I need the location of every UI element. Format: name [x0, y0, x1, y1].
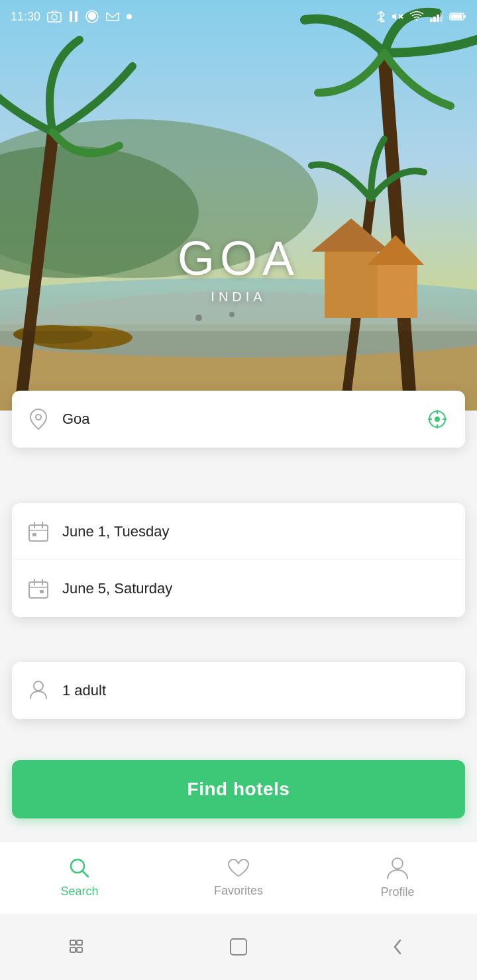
wifi-icon [409, 11, 424, 23]
hero-section: GOA INDIA [0, 0, 477, 411]
photo-icon [47, 11, 62, 23]
menu-button[interactable] [63, 930, 96, 963]
svg-rect-48 [40, 590, 44, 593]
search-nav-label: Search [60, 885, 98, 899]
checkout-calendar-icon [25, 575, 52, 602]
guests-icon [25, 677, 52, 704]
svg-point-30 [229, 312, 235, 317]
search-nav-icon [68, 857, 91, 879]
svg-rect-9 [437, 15, 439, 22]
svg-rect-3 [75, 11, 78, 22]
checkin-row[interactable]: June 1, Tuesday [12, 503, 465, 560]
checkin-value: June 1, Tuesday [62, 523, 452, 540]
home-icon [227, 935, 250, 959]
nav-favorites[interactable]: Favorites [159, 858, 318, 898]
svg-rect-13 [451, 15, 462, 19]
guests-card[interactable]: 1 adult [12, 662, 465, 719]
hero-country: INDIA [0, 289, 477, 305]
location-card[interactable]: Goa [12, 391, 465, 448]
svg-rect-54 [77, 940, 82, 945]
nav-search[interactable]: Search [0, 857, 159, 899]
location-icon [25, 406, 52, 432]
svg-rect-8 [433, 17, 436, 22]
nav-profile[interactable]: Profile [318, 856, 477, 899]
signal-icon [429, 11, 444, 23]
home-button[interactable] [222, 930, 255, 963]
svg-rect-56 [77, 948, 82, 952]
svg-point-49 [34, 681, 43, 691]
profile-nav-icon [386, 856, 409, 880]
svg-point-52 [392, 858, 403, 869]
mute-icon [391, 10, 404, 23]
whatsapp-icon [85, 10, 99, 23]
svg-rect-10 [440, 13, 443, 22]
svg-rect-12 [464, 15, 466, 18]
svg-rect-0 [48, 13, 61, 22]
status-left: 11:30 [11, 10, 132, 24]
svg-point-34 [435, 416, 440, 422]
bluetooth-icon [376, 10, 386, 23]
location-row[interactable]: Goa [12, 391, 465, 448]
svg-rect-2 [70, 11, 72, 22]
favorites-nav-label: Favorites [214, 884, 263, 898]
svg-point-1 [52, 15, 57, 20]
location-value: Goa [62, 411, 423, 428]
hero-background [0, 0, 477, 411]
svg-rect-39 [29, 525, 48, 541]
hero-city: GOA [0, 231, 477, 285]
hero-text: GOA INDIA [0, 231, 477, 305]
guests-value: 1 adult [62, 682, 452, 699]
pause-icon [68, 11, 79, 23]
bottom-nav: Search Favorites Profile [0, 841, 477, 914]
svg-rect-53 [70, 940, 76, 945]
status-bar: 11:30 [0, 0, 477, 33]
guests-row[interactable]: 1 adult [12, 662, 465, 719]
svg-rect-44 [29, 582, 48, 598]
svg-rect-57 [231, 939, 246, 955]
svg-point-32 [36, 415, 41, 420]
back-button[interactable] [381, 930, 414, 963]
svg-point-29 [195, 315, 202, 321]
gps-target-icon[interactable] [423, 405, 452, 434]
dates-card[interactable]: June 1, Tuesday June 5, Saturday [12, 503, 465, 617]
back-icon [390, 935, 405, 959]
battery-icon [449, 12, 466, 21]
checkout-value: June 5, Saturday [62, 580, 452, 597]
checkout-row[interactable]: June 5, Saturday [12, 560, 465, 617]
profile-nav-label: Profile [380, 885, 414, 899]
menu-icon [68, 938, 91, 956]
checkin-calendar-icon [25, 518, 52, 545]
status-right [376, 10, 466, 23]
svg-line-51 [82, 871, 88, 877]
system-nav-bar [0, 914, 477, 980]
gmail-icon [105, 11, 120, 22]
svg-rect-7 [430, 19, 433, 22]
find-hotels-button[interactable]: Find hotels [12, 760, 465, 818]
svg-rect-55 [70, 948, 76, 952]
time: 11:30 [11, 10, 40, 24]
favorites-nav-icon [227, 858, 250, 879]
svg-rect-43 [32, 533, 36, 536]
notification-dot [127, 14, 132, 19]
